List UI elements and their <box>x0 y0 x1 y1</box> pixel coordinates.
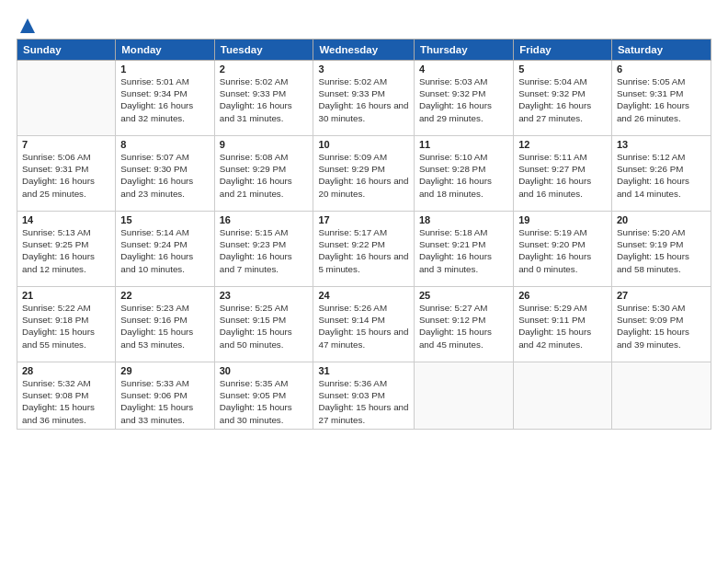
day-info: Sunrise: 5:12 AM Sunset: 9:26 PM Dayligh… <box>617 151 706 200</box>
calendar-cell: 15Sunrise: 5:14 AM Sunset: 9:24 PM Dayli… <box>116 212 214 287</box>
day-info: Sunrise: 5:22 AM Sunset: 9:18 PM Dayligh… <box>22 302 110 350</box>
day-info: Sunrise: 5:29 AM Sunset: 9:11 PM Dayligh… <box>518 302 607 350</box>
calendar-cell: 18Sunrise: 5:18 AM Sunset: 9:21 PM Dayli… <box>414 212 513 287</box>
calendar-cell: 27Sunrise: 5:30 AM Sunset: 9:09 PM Dayli… <box>611 287 711 362</box>
calendar-cell: 1Sunrise: 5:01 AM Sunset: 9:34 PM Daylig… <box>116 61 214 136</box>
calendar-header-friday: Friday <box>514 40 612 61</box>
day-number: 26 <box>518 290 607 301</box>
day-number: 4 <box>419 63 508 75</box>
calendar-cell: 4Sunrise: 5:03 AM Sunset: 9:32 PM Daylig… <box>414 61 513 136</box>
day-info: Sunrise: 5:27 AM Sunset: 9:12 PM Dayligh… <box>419 302 508 350</box>
calendar-week-row: 7Sunrise: 5:06 AM Sunset: 9:31 PM Daylig… <box>17 136 711 212</box>
day-info: Sunrise: 5:32 AM Sunset: 9:08 PM Dayligh… <box>22 377 110 426</box>
day-info: Sunrise: 5:15 AM Sunset: 9:23 PM Dayligh… <box>220 226 309 275</box>
day-number: 14 <box>22 214 110 225</box>
calendar-table: SundayMondayTuesdayWednesdayThursdayFrid… <box>17 39 711 430</box>
calendar-cell: 7Sunrise: 5:06 AM Sunset: 9:31 PM Daylig… <box>17 136 116 212</box>
day-info: Sunrise: 5:35 AM Sunset: 9:05 PM Dayligh… <box>220 377 309 426</box>
calendar-cell: 30Sunrise: 5:35 AM Sunset: 9:05 PM Dayli… <box>214 362 313 430</box>
day-number: 1 <box>120 63 209 75</box>
day-number: 10 <box>318 139 408 150</box>
day-info: Sunrise: 5:33 AM Sunset: 9:06 PM Dayligh… <box>120 377 209 426</box>
day-number: 23 <box>220 290 309 301</box>
calendar-header-sunday: Sunday <box>17 40 116 61</box>
calendar-header-thursday: Thursday <box>414 40 513 61</box>
day-number: 31 <box>318 365 408 376</box>
day-info: Sunrise: 5:09 AM Sunset: 9:29 PM Dayligh… <box>318 151 408 200</box>
calendar-cell: 10Sunrise: 5:09 AM Sunset: 9:29 PM Dayli… <box>313 136 414 212</box>
calendar-cell: 13Sunrise: 5:12 AM Sunset: 9:26 PM Dayli… <box>611 136 711 212</box>
day-number: 22 <box>120 290 209 301</box>
day-info: Sunrise: 5:10 AM Sunset: 9:28 PM Dayligh… <box>419 151 508 200</box>
day-number: 28 <box>22 365 110 376</box>
calendar-cell: 14Sunrise: 5:13 AM Sunset: 9:25 PM Dayli… <box>17 212 116 287</box>
calendar-header-monday: Monday <box>116 40 214 61</box>
day-info: Sunrise: 5:03 AM Sunset: 9:32 PM Dayligh… <box>419 75 508 124</box>
calendar-cell: 5Sunrise: 5:04 AM Sunset: 9:32 PM Daylig… <box>514 61 612 136</box>
calendar-header-wednesday: Wednesday <box>313 40 414 61</box>
calendar-cell: 6Sunrise: 5:05 AM Sunset: 9:31 PM Daylig… <box>611 61 711 136</box>
day-info: Sunrise: 5:13 AM Sunset: 9:25 PM Dayligh… <box>22 226 110 275</box>
day-number: 2 <box>220 63 309 75</box>
day-info: Sunrise: 5:07 AM Sunset: 9:30 PM Dayligh… <box>120 151 209 200</box>
calendar-cell: 26Sunrise: 5:29 AM Sunset: 9:11 PM Dayli… <box>514 287 612 362</box>
day-info: Sunrise: 5:30 AM Sunset: 9:09 PM Dayligh… <box>617 302 706 350</box>
day-number: 18 <box>419 214 508 225</box>
calendar-cell: 19Sunrise: 5:19 AM Sunset: 9:20 PM Dayli… <box>514 212 612 287</box>
day-number: 9 <box>220 139 309 150</box>
calendar-cell: 20Sunrise: 5:20 AM Sunset: 9:19 PM Dayli… <box>611 212 711 287</box>
calendar-cell: 22Sunrise: 5:23 AM Sunset: 9:16 PM Dayli… <box>116 287 214 362</box>
day-number: 20 <box>617 214 706 225</box>
day-number: 13 <box>617 139 706 150</box>
calendar-week-row: 21Sunrise: 5:22 AM Sunset: 9:18 PM Dayli… <box>17 287 711 362</box>
day-number: 19 <box>518 214 607 225</box>
day-info: Sunrise: 5:19 AM Sunset: 9:20 PM Dayligh… <box>518 226 607 275</box>
calendar-cell: 29Sunrise: 5:33 AM Sunset: 9:06 PM Dayli… <box>116 362 214 430</box>
day-number: 6 <box>617 63 706 75</box>
calendar-cell: 8Sunrise: 5:07 AM Sunset: 9:30 PM Daylig… <box>116 136 214 212</box>
calendar-header-row: SundayMondayTuesdayWednesdayThursdayFrid… <box>17 40 711 61</box>
day-info: Sunrise: 5:36 AM Sunset: 9:03 PM Dayligh… <box>318 377 408 426</box>
day-info: Sunrise: 5:25 AM Sunset: 9:15 PM Dayligh… <box>220 302 309 350</box>
day-info: Sunrise: 5:08 AM Sunset: 9:29 PM Dayligh… <box>220 151 309 200</box>
day-number: 24 <box>318 290 408 301</box>
calendar-header-saturday: Saturday <box>611 40 711 61</box>
calendar-cell: 12Sunrise: 5:11 AM Sunset: 9:27 PM Dayli… <box>514 136 612 212</box>
calendar-week-row: 1Sunrise: 5:01 AM Sunset: 9:34 PM Daylig… <box>17 61 711 136</box>
calendar-cell: 11Sunrise: 5:10 AM Sunset: 9:28 PM Dayli… <box>414 136 513 212</box>
page: SundayMondayTuesdayWednesdayThursdayFrid… <box>0 0 728 563</box>
day-number: 12 <box>518 139 607 150</box>
day-info: Sunrise: 5:18 AM Sunset: 9:21 PM Dayligh… <box>419 226 508 275</box>
day-info: Sunrise: 5:11 AM Sunset: 9:27 PM Dayligh… <box>518 151 607 200</box>
day-number: 11 <box>419 139 508 150</box>
header <box>17 17 711 31</box>
day-number: 5 <box>518 63 607 75</box>
day-info: Sunrise: 5:17 AM Sunset: 9:22 PM Dayligh… <box>318 226 408 275</box>
day-info: Sunrise: 5:14 AM Sunset: 9:24 PM Dayligh… <box>120 226 209 275</box>
day-info: Sunrise: 5:04 AM Sunset: 9:32 PM Dayligh… <box>518 75 607 124</box>
calendar-cell: 25Sunrise: 5:27 AM Sunset: 9:12 PM Dayli… <box>414 287 513 362</box>
day-number: 3 <box>318 63 408 75</box>
calendar-cell: 23Sunrise: 5:25 AM Sunset: 9:15 PM Dayli… <box>214 287 313 362</box>
day-number: 29 <box>120 365 209 376</box>
calendar-cell <box>17 61 116 136</box>
day-number: 21 <box>22 290 110 301</box>
logo <box>17 17 37 31</box>
day-info: Sunrise: 5:02 AM Sunset: 9:33 PM Dayligh… <box>318 75 408 124</box>
calendar-header-tuesday: Tuesday <box>214 40 313 61</box>
day-number: 15 <box>120 214 209 225</box>
calendar-cell <box>611 362 711 430</box>
calendar-cell: 9Sunrise: 5:08 AM Sunset: 9:29 PM Daylig… <box>214 136 313 212</box>
day-info: Sunrise: 5:20 AM Sunset: 9:19 PM Dayligh… <box>617 226 706 275</box>
day-number: 7 <box>22 139 110 150</box>
day-number: 30 <box>220 365 309 376</box>
day-number: 17 <box>318 214 408 225</box>
logo-icon <box>18 17 37 35</box>
calendar-cell: 3Sunrise: 5:02 AM Sunset: 9:33 PM Daylig… <box>313 61 414 136</box>
calendar-cell: 17Sunrise: 5:17 AM Sunset: 9:22 PM Dayli… <box>313 212 414 287</box>
day-number: 8 <box>120 139 209 150</box>
day-info: Sunrise: 5:26 AM Sunset: 9:14 PM Dayligh… <box>318 302 408 350</box>
calendar-week-row: 14Sunrise: 5:13 AM Sunset: 9:25 PM Dayli… <box>17 212 711 287</box>
calendar-cell: 2Sunrise: 5:02 AM Sunset: 9:33 PM Daylig… <box>214 61 313 136</box>
calendar-cell <box>514 362 612 430</box>
